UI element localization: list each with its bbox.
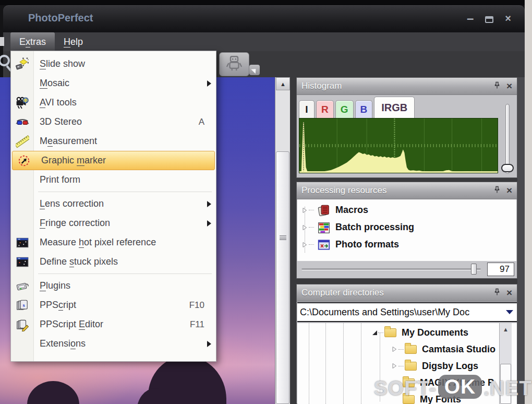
svg-text:s: s [23, 301, 25, 307]
menu-item-3d-stereo[interactable]: 3D StereoA [11, 112, 216, 132]
tree-guide-line [325, 323, 326, 404]
canvas-vertical-scrollbar[interactable]: ▲ [275, 77, 290, 404]
scrollbar-thumb[interactable] [276, 151, 289, 404]
panel-title: Processing resources [301, 185, 386, 196]
menubar-item-extras[interactable]: Extras [10, 32, 55, 51]
scroll-up-button[interactable]: ▲ [276, 77, 290, 90]
label: Measurement [40, 136, 97, 147]
resource-item-macros[interactable]: Macros [297, 201, 516, 219]
pin-icon[interactable] [494, 288, 500, 298]
tree-item-camtasia-studio[interactable]: Camtasia Studio [391, 341, 517, 358]
expand-arrow-icon[interactable] [301, 224, 308, 231]
slider-handle[interactable] [471, 264, 477, 275]
histogram-tab-i[interactable]: I [299, 100, 315, 118]
pin-icon[interactable] [494, 186, 500, 196]
slider-track[interactable] [301, 268, 481, 270]
title-bar: PhotoPerfect – × [3, 5, 525, 32]
menu-accelerator: F10 [189, 300, 204, 311]
no-icon [16, 197, 29, 211]
ppscript-icon: s [16, 299, 29, 312]
menubar-item-fragment [0, 37, 4, 46]
close-icon[interactable]: × [505, 13, 511, 24]
submenu-arrow-icon [207, 80, 211, 87]
tree-connector [398, 349, 404, 350]
histogram-tab-b[interactable]: B [355, 100, 373, 118]
label: Graphic marker [41, 155, 106, 166]
label: Extensions [40, 338, 86, 349]
menu-item-lens-correction[interactable]: Lens correction [11, 194, 216, 213]
label: Lens correction [40, 198, 104, 209]
tree-item-digsby-logs[interactable]: Digsby Logs [391, 358, 517, 374]
expand-arrow-icon[interactable] [301, 207, 308, 213]
close-icon[interactable]: × [506, 186, 512, 195]
menu-item-extensions[interactable]: Extensions [11, 334, 216, 353]
window-right-border [517, 77, 525, 404]
menu-item-graphic-marker[interactable]: Graphic marker [12, 151, 215, 170]
label: Slide show [40, 58, 85, 69]
menu-item-ppscript-editor[interactable]: PPScript EditorF11 [11, 315, 216, 334]
resource-item-batch-processing[interactable]: Batch processing [297, 219, 516, 236]
processing-resources-panel: Processing resources × MacrosBatch proce… [296, 182, 517, 279]
pin-icon[interactable] [494, 81, 500, 91]
menu-item-avi-tools[interactable]: AVI tools [11, 93, 216, 112]
expanded-arrow-icon[interactable] [372, 330, 377, 335]
label: AVI tools [40, 97, 77, 108]
slider-value-box: 97 [487, 263, 514, 276]
resource-label: Macros [335, 205, 368, 216]
tree-connector [378, 332, 383, 333]
menubar-item-help[interactable]: Help [55, 32, 92, 51]
label: Define stuck pixels [40, 256, 118, 267]
histogram-slider-track[interactable] [505, 104, 510, 174]
menu-item-mosaic[interactable]: Mosaic [11, 74, 216, 93]
slide-show-icon [16, 57, 29, 71]
tree-connector [309, 210, 314, 210]
label: Extras [19, 37, 46, 47]
panel-splitter[interactable] [290, 77, 296, 404]
expand-arrow-icon[interactable] [301, 242, 308, 248]
toolbar-dropdown-button[interactable] [249, 65, 260, 75]
histogram-tab-irgb[interactable]: IRGB [374, 97, 415, 118]
histogram-slider-handle[interactable] [501, 164, 514, 172]
expand-arrow-icon[interactable] [391, 363, 397, 369]
extras-dropdown-menu: Slide showMosaicAVI tools3D StereoAMeasu… [10, 51, 216, 362]
histogram-tab-r[interactable]: R [316, 100, 334, 118]
directories-panel-header: Computer directories × [297, 284, 517, 302]
scroll-up-icon[interactable]: ▲ [500, 326, 512, 332]
folder-icon [405, 362, 417, 371]
tree-silhouette [27, 381, 79, 404]
label: PPScript [40, 300, 76, 311]
close-icon[interactable]: × [506, 82, 512, 90]
tree-item-my-documents[interactable]: My Documents [372, 324, 517, 341]
maximize-icon[interactable] [485, 16, 493, 23]
resource-item-photo-formats[interactable]: Photo formats [297, 236, 516, 253]
watermark-prefix: SOFT- [374, 377, 437, 400]
robot-icon [225, 54, 243, 74]
chevron-down-icon[interactable] [502, 310, 517, 314]
plugins-icon [16, 279, 29, 293]
macros-icon [317, 204, 331, 217]
menu-accelerator: F11 [190, 319, 204, 330]
close-icon[interactable]: × [506, 289, 512, 297]
folder-label: Camtasia Studio [422, 344, 495, 355]
menu-item-slide-show[interactable]: Slide show [11, 54, 216, 74]
menu-item-print-form[interactable]: Print form [11, 170, 216, 189]
directory-path-combobox[interactable]: C:\Documents and Settings\user\My Doc [297, 302, 517, 322]
tree-connector [309, 227, 314, 228]
folder-label: My Documents [402, 327, 468, 338]
menu-item-fringe-correction[interactable]: Fringe correction [11, 213, 216, 233]
menu-item-ppscript[interactable]: sPPScriptF10 [11, 295, 216, 315]
histogram-channel-tabs: IRGBIRGB [297, 95, 517, 118]
expand-arrow-icon[interactable] [391, 346, 397, 352]
menu-item-measure-hot-pixel-reference[interactable]: Measure hot pixel reference [11, 233, 216, 252]
batch-processing-icon [317, 221, 331, 234]
label: Fringe correction [40, 218, 110, 229]
menu-item-plugins[interactable]: Plugins [11, 276, 216, 295]
histogram-tab-g[interactable]: G [335, 100, 354, 118]
menu-item-define-stuck-pixels[interactable]: Define stuck pixels [11, 252, 216, 271]
minimize-icon[interactable]: – [467, 13, 474, 24]
robot-tool-button[interactable] [219, 52, 249, 76]
menu-item-measurement[interactable]: Measurement [11, 132, 216, 151]
desktop-right-edge [525, 0, 532, 404]
no-icon [16, 337, 29, 351]
panel-title: Histogram [301, 81, 342, 91]
